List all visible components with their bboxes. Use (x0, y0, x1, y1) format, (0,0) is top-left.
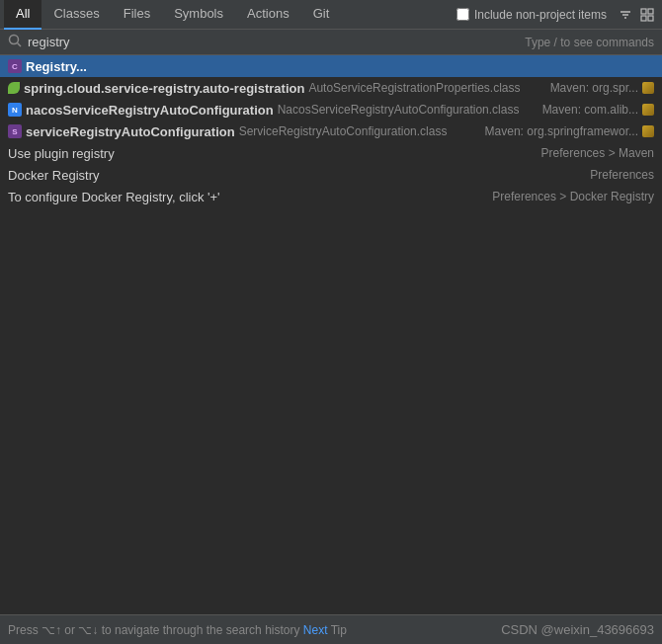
search-hint: Type / to see commands (525, 36, 654, 49)
watermark: CSDN @weixin_43696693 (501, 622, 654, 637)
svg-rect-5 (641, 16, 646, 21)
result-name-nacos: nacosServiceRegistryAutoConfiguration (26, 103, 274, 118)
search-input[interactable] (28, 35, 519, 49)
tab-symbols[interactable]: Symbols (162, 0, 235, 30)
svg-point-7 (10, 36, 19, 44)
result-item-spring-cloud[interactable]: spring.cloud.service-registry.auto-regis… (0, 77, 662, 99)
search-bar: Type / to see commands (0, 30, 662, 55)
docker-registry-label: Docker Registry (8, 168, 99, 183)
results-list: C Registry... spring.cloud.service-regis… (0, 55, 662, 207)
include-non-project-label: Include non-project items (474, 8, 607, 22)
tab-classes[interactable]: Classes (41, 0, 111, 30)
result-item-configure-docker[interactable]: To configure Docker Registry, click '+' … (0, 186, 662, 207)
configure-docker-label: To configure Docker Registry, click '+' (8, 190, 220, 204)
nacos-icon: N (8, 103, 22, 117)
svg-line-8 (18, 43, 22, 47)
service-registry-icon: S (8, 124, 22, 138)
class-icon: C (8, 59, 22, 73)
press-hint-text: Press ⌥↑ or ⌥↓ to navigate through the s… (8, 623, 299, 637)
bottom-bar: Press ⌥↑ or ⌥↓ to navigate through the s… (0, 614, 662, 644)
layout-icon[interactable] (636, 4, 658, 26)
spring-icon (8, 82, 20, 94)
jar-icon-nacos (642, 104, 654, 116)
result-right-nacos: Maven: com.alib... (542, 103, 654, 117)
tab-all[interactable]: All (4, 0, 41, 30)
tab-actions[interactable]: Actions (235, 0, 301, 30)
tab-files[interactable]: Files (112, 0, 162, 30)
result-secondary-nacos: NacosServiceRegistryAutoConfiguration.cl… (278, 103, 520, 117)
svg-rect-4 (648, 9, 653, 14)
result-name-registry: Registry... (26, 59, 87, 74)
jar-icon-service (642, 125, 654, 137)
filter-icon[interactable] (615, 4, 636, 26)
result-item-nacos[interactable]: N nacosServiceRegistryAutoConfiguration … (0, 99, 662, 121)
result-right-spring: Maven: org.spr... (550, 81, 654, 95)
include-non-project-container: Include non-project items (456, 8, 607, 22)
result-item-service-registry[interactable]: S serviceRegistryAutoConfiguration Servi… (0, 121, 662, 142)
result-secondary-spring: AutoServiceRegistrationProperties.class (308, 81, 520, 95)
include-non-project-checkbox[interactable] (456, 8, 469, 21)
next-button[interactable]: Next (303, 623, 328, 637)
result-name-service: serviceRegistryAutoConfiguration (26, 124, 235, 139)
result-name-spring: spring.cloud.service-registry.auto-regis… (24, 81, 304, 96)
svg-rect-3 (641, 9, 646, 14)
configure-docker-right: Preferences > Docker Registry (492, 190, 654, 203)
top-nav: All Classes Files Symbols Actions Git In… (0, 0, 662, 30)
tip-label: Tip (331, 623, 347, 637)
result-item-plugin-registry[interactable]: Use plugin registry Preferences > Maven (0, 142, 662, 164)
result-item-docker-registry[interactable]: Docker Registry Preferences (0, 164, 662, 186)
bottom-left: Press ⌥↑ or ⌥↓ to navigate through the s… (8, 623, 347, 637)
result-secondary-service: ServiceRegistryAutoConfiguration.class (239, 124, 448, 138)
search-icon (8, 34, 22, 50)
result-right-service: Maven: org.springframewor... (485, 124, 654, 138)
tab-git[interactable]: Git (301, 0, 342, 30)
plugin-registry-label: Use plugin registry (8, 146, 115, 161)
docker-registry-right: Preferences (590, 168, 654, 182)
plugin-registry-right: Preferences > Maven (541, 146, 654, 160)
svg-rect-6 (648, 16, 653, 21)
result-item-registry[interactable]: C Registry... (0, 55, 662, 77)
jar-icon-spring (642, 82, 654, 94)
